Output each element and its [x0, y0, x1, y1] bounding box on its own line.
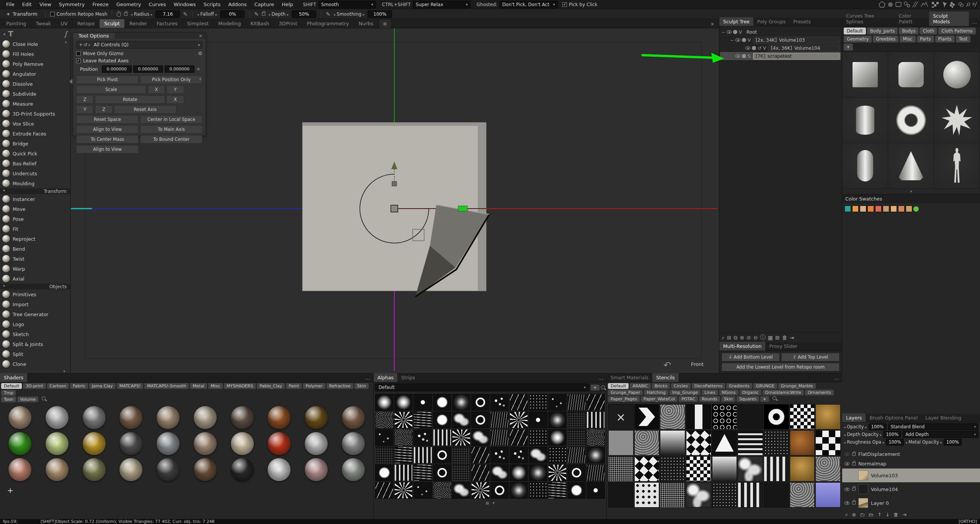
alpha-thumb[interactable]: [375, 411, 394, 428]
stencil-category-chip[interactable]: Bricks: [652, 383, 670, 389]
search-icon[interactable]: [773, 396, 776, 400]
gizmo-center-handle[interactable]: [391, 205, 398, 212]
room-tab[interactable]: Photogrammetry: [302, 19, 354, 28]
panel-resize-grip[interactable]: [69, 79, 72, 84]
sidebar-tool-item[interactable]: Axial: [0, 274, 70, 284]
sidebar-tool-item[interactable]: Import: [0, 299, 70, 309]
shader-thumb[interactable]: [119, 406, 142, 429]
sidebar-tool-item[interactable]: 3D-Print Supports: [0, 109, 70, 119]
sculpt-model-thumb[interactable]: [934, 52, 980, 98]
sculpt-model-thumb[interactable]: [842, 52, 888, 98]
alpha-thumb[interactable]: [433, 394, 451, 411]
multires-button[interactable]: ⇧ Add Top Level: [781, 353, 840, 361]
undo-icon[interactable]: ↶: [663, 360, 671, 371]
room-tab[interactable]: Sculpt: [100, 19, 125, 28]
stencil-thumb[interactable]: [738, 430, 763, 455]
stencil-thumb[interactable]: [790, 482, 815, 508]
layer-name[interactable]: Volume104: [871, 486, 898, 492]
model-category-chip[interactable]: Cloth Patterns: [938, 28, 975, 34]
sidebar-tool-item[interactable]: Instancer: [0, 194, 70, 204]
room-tab[interactable]: KitBash: [246, 19, 274, 28]
model-category-chip[interactable]: Test: [956, 36, 971, 42]
shader-category-chip[interactable]: MYSHADERS: [224, 383, 256, 389]
stencil-category-chip[interactable]: Default: [608, 383, 629, 389]
tree-action-icon[interactable]: ⧉: [734, 335, 738, 341]
shift-brush-select[interactable]: Smooth ▾: [318, 1, 376, 8]
sidebar-tool-item[interactable]: Transform: [0, 188, 70, 194]
stencil-thumb[interactable]: [608, 430, 634, 455]
alpha-thumb[interactable]: [413, 394, 432, 411]
stencil-thumb[interactable]: [712, 404, 737, 429]
room-tab[interactable]: Modeling: [214, 19, 246, 28]
stencils-tab[interactable]: Smart Materials: [607, 373, 652, 382]
metal-opacity-spinner[interactable]: ◂ Metal Opacity ▸: [905, 439, 942, 445]
stencil-category-chip[interactable]: POTAC: [679, 396, 698, 402]
alphas-tab[interactable]: Strips: [397, 373, 419, 382]
add-room-button[interactable]: ⊞: [380, 20, 390, 28]
depth-spinner[interactable]: ◂ Depth ▸: [268, 11, 289, 17]
alpha-thumb[interactable]: [394, 411, 413, 428]
tool-options-button[interactable]: Reset Space: [76, 115, 139, 124]
smoothing-spinner[interactable]: ◂ Smoothing ▸: [333, 11, 365, 17]
gizmo-mode-dropdown[interactable]: +↺⌕ All Controls (Q) ▾: [76, 41, 203, 49]
tree-action-icon[interactable]: ⊞: [727, 335, 732, 341]
stencil-category-chip[interactable]: NGons: [719, 390, 738, 395]
menu-item[interactable]: Edit: [18, 0, 36, 8]
stencil-category-chip[interactable]: Ornaments: [805, 390, 834, 395]
volume-name[interactable]: Volume104: [794, 46, 820, 51]
alpha-thumb[interactable]: [375, 482, 394, 499]
stencil-category-chip[interactable]: +: [760, 396, 769, 402]
stencil-category-chip[interactable]: Hatching: [644, 390, 668, 395]
shader-category-chip[interactable]: Volume: [17, 397, 38, 402]
alpha-thumb[interactable]: [471, 394, 490, 411]
shader-thumb[interactable]: [119, 458, 142, 481]
alpha-thumb[interactable]: [586, 482, 605, 499]
alpha-thumb[interactable]: [510, 411, 528, 428]
room-tab[interactable]: UV: [56, 19, 72, 28]
sidebar-tool-item[interactable]: Moulding: [0, 178, 70, 188]
lock-icon[interactable]: [852, 474, 856, 477]
shader-thumb[interactable]: [305, 458, 328, 481]
pick-by-click-checkbox[interactable]: ✓ Pick by Click: [562, 2, 598, 7]
menu-item[interactable]: Freeze: [88, 0, 112, 8]
alpha-thumb[interactable]: [548, 429, 567, 446]
room-tab[interactable]: 3DPrint: [274, 19, 302, 28]
sidebar-tool-item[interactable]: Tree Generator: [0, 309, 70, 319]
alpha-thumb[interactable]: [586, 429, 605, 446]
stencil-category-chip[interactable]: Gradients: [726, 383, 752, 389]
alpha-thumb[interactable]: [586, 411, 605, 428]
alpha-thumb[interactable]: [394, 394, 413, 411]
lock-icon[interactable]: [852, 462, 856, 465]
shader-thumb[interactable]: [157, 432, 180, 455]
alpha-thumb[interactable]: [529, 394, 547, 411]
room-tab[interactable]: Simplest: [183, 19, 214, 28]
falloff-spinner[interactable]: ◂ Falloff ▸: [197, 11, 217, 17]
room-tab[interactable]: Render: [125, 19, 152, 28]
tree-expander-icon[interactable]: −: [721, 29, 725, 35]
stencil-thumb[interactable]: [815, 456, 841, 482]
model-category-chip[interactable]: Body_parts: [867, 28, 898, 34]
stencil-thumb[interactable]: [608, 456, 634, 482]
alpha-thumb[interactable]: [413, 429, 432, 446]
position-clear-button[interactable]: ×: [197, 67, 200, 72]
sidebar-tool-item[interactable]: Extrude Faces: [0, 129, 70, 139]
shader-thumb[interactable]: [46, 406, 69, 429]
tool-options-button[interactable]: Pick Position Only: [140, 75, 203, 84]
tree-action-icon[interactable]: ⓘ: [760, 334, 766, 341]
tree-action-icon[interactable]: ⊘: [746, 335, 751, 341]
alpha-thumb[interactable]: [567, 429, 586, 446]
tool-options-button[interactable]: To Main Axis: [140, 125, 203, 134]
color-swatch[interactable]: [890, 206, 897, 212]
stencil-thumb[interactable]: [686, 404, 711, 429]
depth-value[interactable]: 50%: [292, 10, 316, 18]
shader-thumb[interactable]: [231, 406, 254, 429]
stencil-category-chip[interactable]: Lines: [702, 390, 718, 395]
sidebar-tool-item[interactable]: Bend: [0, 244, 70, 254]
multires-tab[interactable]: Multi-Resolution: [719, 342, 765, 351]
alpha-thumb[interactable]: [394, 447, 413, 464]
layers-tab[interactable]: Layers: [842, 413, 866, 422]
shader-thumb[interactable]: [305, 432, 328, 455]
stencils-tab[interactable]: Stencils: [652, 373, 679, 382]
alpha-thumb[interactable]: [452, 394, 470, 411]
color-swatch[interactable]: [860, 206, 866, 212]
